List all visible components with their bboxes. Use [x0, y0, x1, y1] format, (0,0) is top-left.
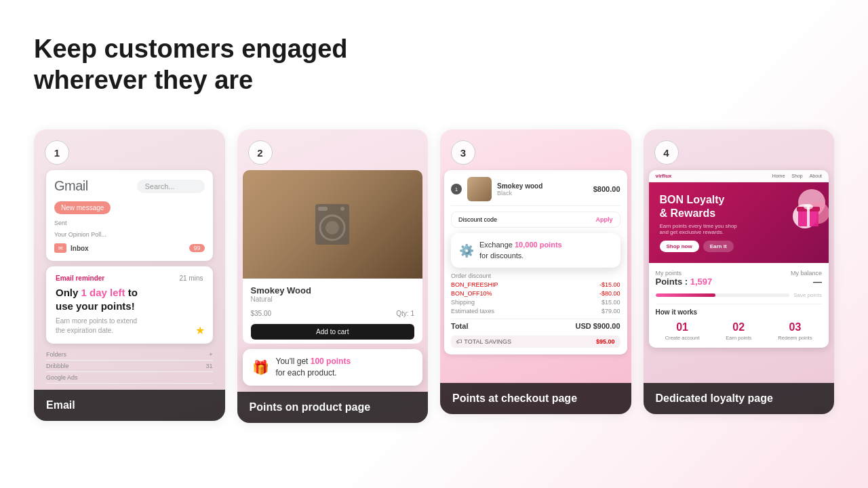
card-4-label: Dedicated loyalty page: [644, 383, 835, 414]
checkout-mockup: 1 Smokey wood Black $800.00 Discount cod…: [444, 170, 627, 354]
loyalty-points-label: My points: [656, 270, 713, 277]
page-heading: Keep customers engaged wherever they are: [34, 34, 834, 96]
step-3-num: 03: [768, 321, 822, 333]
card-product: 2: [237, 129, 429, 423]
gmail-compose: New message: [54, 201, 111, 214]
step-2-label: Earn points: [712, 335, 766, 341]
checkout-price: $800.00: [593, 185, 620, 193]
gmail-bottom: Folders+ Dribbble31 Google Ads: [41, 349, 218, 384]
tooltip-text: You'll get 100 pointsfor each product.: [276, 356, 351, 379]
loyalty-nav-links: Home Shop About: [772, 174, 822, 178]
exchange-icon: ⚙️: [459, 243, 474, 258]
gift-icon: 🎁: [252, 359, 269, 375]
reminder-star-icon: ★: [195, 324, 205, 337]
gmail-label-google-ads: Google Ads: [46, 372, 213, 384]
checkout-product-img: [467, 177, 492, 201]
inbox-badge: 99: [189, 244, 204, 252]
card-4-content: virflux Home Shop About BON Loyalty& Rew…: [644, 129, 835, 385]
loyalty-how-it-works: How it works: [656, 308, 823, 316]
step-3-label: Redeem points: [768, 335, 822, 341]
product-sub: Natural: [251, 296, 415, 303]
svg-point-4: [340, 207, 344, 211]
loyalty-hero-subtitle: Earn points every time you shop and get …: [660, 223, 739, 235]
loyalty-progress-text: Save points: [793, 292, 822, 298]
loyalty-points-value: Points : 1,597: [656, 277, 713, 287]
gmail-logo: Gmail: [54, 178, 88, 194]
apply-btn[interactable]: Apply: [595, 216, 612, 223]
loyalty-divider: [656, 304, 823, 304]
loyalty-progress: Save points: [656, 292, 823, 298]
reminder-highlight: 1 day left: [81, 287, 125, 298]
card-loyalty: 4 virflux Home Shop About BON Loyalty: [644, 129, 835, 414]
bon-freeship-row: BON_FREESHIP -$15.00: [451, 281, 620, 289]
points-tooltip: 🎁 You'll get 100 pointsfor each product.: [243, 349, 423, 386]
gmail-row-1: Sent: [54, 218, 205, 228]
total-row: Total USD $900.00: [451, 319, 620, 333]
checkout-totals: Order discount BON_FREESHIP -$15.00 BON_…: [451, 272, 620, 348]
gmail-label-dribbble: Dribbble31: [46, 361, 213, 372]
gift-svg: [761, 182, 829, 243]
loyalty-nav: virflux Home Shop About: [649, 170, 829, 182]
checkout-product-sub: Black: [497, 190, 588, 197]
cards-row: 1 Gmail Search... New message Sent Your …: [34, 129, 834, 423]
bon-off10-row: BON_OFF10% -$80.00: [451, 289, 620, 298]
reminder-title: Only 1 day left touse your points!: [56, 286, 203, 312]
checkout-discount-box: Discount code Apply: [451, 211, 620, 228]
card-2-label: Points on product page: [237, 392, 429, 423]
product-image: [243, 170, 423, 279]
loyalty-nav-logo: virflux: [656, 173, 672, 179]
loyalty-shop-btn[interactable]: Shop now: [660, 241, 699, 252]
card-number-3: 3: [451, 140, 475, 165]
loyalty-hero-btns: Shop now Earn it: [660, 241, 818, 252]
loyalty-step-3: 03 Redeem points: [768, 321, 822, 341]
gmail-row-2: Your Opinion Poll...: [54, 230, 205, 239]
savings-row: 🏷 TOTAL SAVINGS $95.00: [451, 336, 620, 348]
reminder-time: 21 mins: [179, 274, 203, 282]
reminder-header: Email reminder 21 mins: [56, 274, 203, 282]
gmail-label-folders: Folders+: [46, 349, 213, 361]
checkout-badge: 1: [451, 184, 462, 195]
card-1-content: Gmail Search... New message Sent Your Op…: [34, 129, 225, 421]
card-1-label: Email: [34, 390, 225, 421]
step-1-label: Create account: [656, 335, 709, 341]
svg-rect-3: [318, 207, 328, 211]
product-img-svg: [309, 197, 356, 251]
svg-point-11: [804, 204, 813, 209]
taxes-row: Estimated taxes $79.00: [451, 307, 620, 316]
savings-amount: $95.00: [596, 338, 615, 345]
loyalty-points-row: My points Points : 1,597 My balance —: [656, 270, 823, 287]
add-to-cart-btn[interactable]: Add to cart: [251, 324, 415, 340]
loyalty-body: My points Points : 1,597 My balance —: [649, 263, 829, 348]
svg-rect-10: [807, 207, 810, 226]
card-email: 1 Gmail Search... New message Sent Your …: [34, 129, 225, 421]
step-2-num: 02: [712, 321, 766, 333]
step-1-num: 01: [656, 321, 709, 333]
loyalty-step-1: 01 Create account: [656, 321, 709, 341]
shipping-row: Shipping $15.00: [451, 298, 620, 307]
product-name: Smokey Wood: [251, 285, 415, 296]
product-actions: Add to cart: [243, 320, 423, 344]
gmail-inbox-row: ✉ Inbox 99: [54, 243, 205, 253]
loyalty-gift-visual: [761, 182, 829, 250]
gmail-mockup: Gmail Search... New message Sent Your Op…: [46, 170, 213, 261]
card-3-label: Points at checkout page: [440, 383, 631, 414]
page-container: Keep customers engaged wherever they are…: [0, 0, 868, 488]
exchange-tooltip: ⚙️ Exchange 10,000 pointsfor discounts.: [451, 233, 620, 268]
card-number-4: 4: [654, 140, 679, 165]
loyalty-hero: BON Loyalty& Rewards Earn points every t…: [649, 182, 829, 263]
loyalty-steps: 01 Create account 02 Earn points 03 Rede…: [656, 321, 823, 341]
reminder-tag: Email reminder: [56, 274, 104, 282]
card-number-2: 2: [248, 140, 273, 165]
card-checkout: 3 1 Smokey wood Black $800.00: [440, 129, 631, 414]
product-page-mockup: Smokey Wood Natural $35.00 Qty: 1 Add to…: [243, 170, 423, 344]
loyalty-balance-value: —: [791, 277, 822, 287]
reminder-desc: Earn more points to extendthe expiration…: [56, 317, 203, 336]
inbox-icon: ✉: [54, 243, 66, 253]
loyalty-earn-btn[interactable]: Earn it: [703, 241, 734, 252]
gmail-search: Search...: [137, 180, 205, 193]
card-3-content: 1 Smokey wood Black $800.00 Discount cod…: [440, 129, 631, 392]
email-reminder-popup: Email reminder 21 mins Only 1 day left t…: [46, 266, 213, 344]
checkout-product-info: Smokey wood Black: [497, 182, 588, 197]
product-price-row: $35.00 Qty: 1: [243, 307, 423, 320]
loyalty-hero-title: BON Loyalty& Rewards: [660, 193, 747, 220]
